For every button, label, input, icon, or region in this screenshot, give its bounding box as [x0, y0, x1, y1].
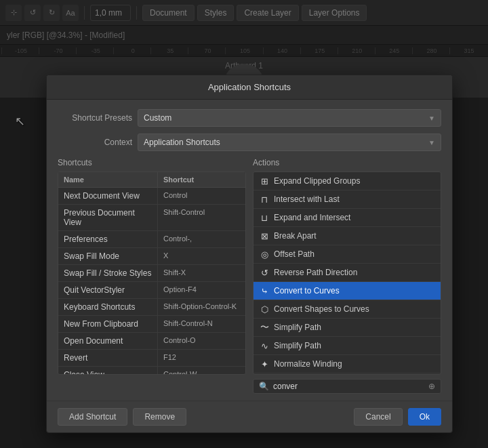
- context-value: Application Shortcuts: [144, 138, 220, 147]
- offset-path-icon: ◎: [259, 249, 270, 260]
- shortcut-name-cell: Swap Fill Mode: [58, 248, 157, 264]
- search-bar: 🔍 ⊕: [253, 379, 441, 394]
- actions-list: ⊞ Expand Clipped Groups ⊓ Intersect with…: [253, 171, 441, 375]
- intersect-last-icon: ⊓: [259, 194, 270, 205]
- action-label: Convert to Curves: [274, 286, 340, 296]
- context-row: Context Application Shortcuts ▼: [58, 134, 441, 151]
- presets-row: Shortcut Presets Custom ▼: [58, 109, 441, 127]
- shortcut-key-cell: Control-,: [157, 231, 245, 247]
- remove-button[interactable]: Remove: [133, 408, 186, 426]
- context-arrow-icon: ▼: [428, 139, 435, 146]
- action-label: Normalize Winding: [274, 359, 342, 369]
- shortcuts-dialog: Application Shortcuts Shortcut Presets C…: [46, 75, 453, 433]
- panels-container: Shortcuts Name Shortcut Next Document Vi…: [58, 158, 441, 394]
- table-row[interactable]: Open Document Control-O: [58, 333, 245, 350]
- table-row[interactable]: Quit VectorStyler Option-F4: [58, 282, 245, 299]
- action-label: Break Apart: [274, 231, 317, 241]
- presets-label: Shortcut Presets: [58, 113, 132, 123]
- break-apart-icon: ⊠: [259, 230, 270, 241]
- actions-panel-label: Actions: [253, 158, 441, 167]
- ok-button[interactable]: Ok: [408, 408, 441, 426]
- shortcuts-panel: Shortcuts Name Shortcut Next Document Vi…: [58, 158, 246, 394]
- shortcut-key-cell: Control: [157, 188, 245, 204]
- action-row[interactable]: 〜 Simplify Path: [253, 319, 441, 337]
- action-label: Offset Path: [274, 249, 314, 259]
- shortcuts-panel-label: Shortcuts: [58, 158, 246, 167]
- shortcuts-table-body[interactable]: Next Document View Control Previous Docu…: [58, 188, 245, 374]
- col-name-header: Name: [58, 172, 157, 187]
- shortcut-key-cell: Shift-Control-N: [157, 316, 245, 332]
- cancel-button[interactable]: Cancel: [354, 408, 402, 426]
- action-row[interactable]: ⊓ Intersect with Last: [253, 190, 441, 209]
- context-label: Context: [58, 138, 132, 147]
- table-row[interactable]: Swap Fill Mode X: [58, 248, 245, 265]
- table-row[interactable]: Keyboard Shortcuts Shift-Option-Control-…: [58, 299, 245, 316]
- actions-list-body[interactable]: ⊞ Expand Clipped Groups ⊓ Intersect with…: [253, 172, 441, 374]
- shortcut-name-cell: Preferences: [58, 231, 157, 247]
- search-go-icon[interactable]: ⊕: [428, 382, 435, 391]
- expand-intersect-icon: ⊔: [259, 212, 270, 223]
- reverse-path-icon: ↺: [259, 267, 270, 278]
- shortcut-name-cell: Quit VectorStyler: [58, 282, 157, 298]
- shortcut-key-cell: Option-F4: [157, 282, 245, 298]
- action-label: Reverse Path Direction: [274, 268, 357, 277]
- shortcuts-table-header: Name Shortcut: [58, 172, 245, 188]
- shortcuts-table: Name Shortcut Next Document View Control…: [58, 171, 246, 375]
- action-row[interactable]: ◎ Offset Path: [253, 245, 441, 264]
- action-row[interactable]: ✦ Normalize Winding: [253, 355, 441, 373]
- action-row[interactable]: ⊠ Break Apart: [253, 227, 441, 245]
- dialog-title: Application Shortcuts: [47, 75, 452, 100]
- action-row[interactable]: ⬡ Convert Shapes to Curves: [253, 300, 441, 319]
- table-row[interactable]: Preferences Control-,: [58, 231, 245, 248]
- shortcut-key-cell: Control-W: [157, 367, 245, 374]
- convert-curves-icon: ⤷: [259, 285, 270, 296]
- shortcut-key-cell: Control-O: [157, 333, 245, 349]
- table-row[interactable]: Close View Control-W: [58, 367, 245, 374]
- shortcut-name-cell: New From Clipboard: [58, 316, 157, 332]
- shortcut-key-cell: Shift-Option-Control-K: [157, 299, 245, 315]
- shortcut-name-cell: Next Document View: [58, 188, 157, 204]
- action-label: Convert Shapes to Curves: [274, 304, 369, 314]
- action-row[interactable]: ⊞ Expand Clipped Groups: [253, 172, 441, 190]
- table-row[interactable]: Previous Document View Shift-Control: [58, 205, 245, 231]
- table-row[interactable]: New From Clipboard Shift-Control-N: [58, 316, 245, 333]
- convert-shapes-icon: ⬡: [259, 304, 270, 314]
- action-label: Simplify Path: [274, 341, 321, 350]
- shortcut-key-cell: X: [157, 248, 245, 264]
- action-label: Simplify Path: [274, 323, 321, 332]
- action-label: Expand and Intersect: [274, 213, 350, 222]
- shortcut-name-cell: Open Document: [58, 333, 157, 349]
- shortcut-key-cell: F12: [157, 350, 245, 366]
- shortcut-key-cell: Shift-X: [157, 265, 245, 281]
- shortcut-name-cell: Revert: [58, 350, 157, 366]
- presets-arrow-icon: ▼: [428, 115, 435, 122]
- action-label: Expand Clipped Groups: [274, 176, 360, 186]
- shortcut-name-cell: Keyboard Shortcuts: [58, 299, 157, 315]
- table-row[interactable]: Swap Fill / Stroke Styles Shift-X: [58, 265, 245, 282]
- action-row[interactable]: ∿ Simplify Path: [253, 337, 441, 355]
- expand-clipped-icon: ⊞: [259, 176, 270, 186]
- action-row[interactable]: ⊛ Clean Stray Segments: [253, 373, 441, 374]
- presets-value: Custom: [144, 113, 171, 123]
- table-row[interactable]: Next Document View Control: [58, 188, 245, 205]
- search-input[interactable]: [273, 382, 424, 391]
- table-row[interactable]: Revert F12: [58, 350, 245, 367]
- presets-select[interactable]: Custom ▼: [138, 109, 441, 127]
- action-row[interactable]: ⊔ Expand and Intersect: [253, 209, 441, 227]
- shortcut-name-cell: Swap Fill / Stroke Styles: [58, 265, 157, 281]
- dialog-footer: Add Shortcut Remove Cancel Ok: [47, 401, 452, 432]
- simplify-path-icon: 〜: [259, 322, 270, 333]
- action-row[interactable]: ⤷ Convert to Curves: [253, 282, 441, 300]
- dialog-body: Shortcut Presets Custom ▼ Context Applic…: [47, 100, 452, 401]
- col-shortcut-header: Shortcut: [157, 172, 245, 187]
- footer-left: Add Shortcut Remove: [58, 408, 186, 426]
- footer-right: Cancel Ok: [354, 408, 441, 426]
- shortcut-key-cell: Shift-Control: [157, 205, 245, 230]
- actions-panel: Actions ⊞ Expand Clipped Groups ⊓ Inters…: [253, 158, 441, 394]
- action-row[interactable]: ↺ Reverse Path Direction: [253, 264, 441, 282]
- context-select[interactable]: Application Shortcuts ▼: [138, 134, 441, 151]
- add-shortcut-button[interactable]: Add Shortcut: [58, 408, 127, 426]
- normalize-winding-icon: ✦: [259, 359, 270, 369]
- search-icon: 🔍: [259, 382, 269, 391]
- action-label: Intersect with Last: [274, 195, 340, 204]
